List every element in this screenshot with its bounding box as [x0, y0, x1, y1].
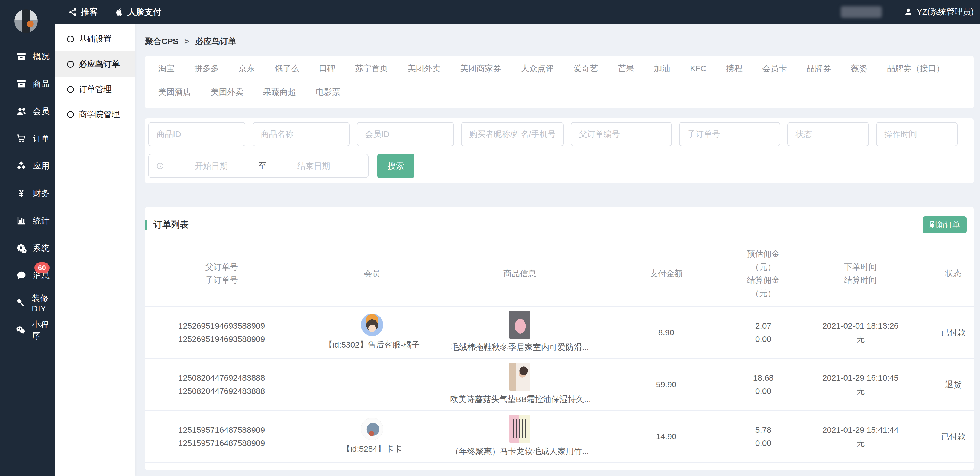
sub-order-no-input[interactable]	[679, 122, 780, 146]
apple-icon	[115, 8, 124, 16]
order-list-title: 订单列表	[153, 219, 188, 231]
status-cell: 退货	[933, 378, 974, 391]
share-icon	[68, 8, 77, 16]
product-cell: 毛绒棉拖鞋秋冬季居家室内可爱防滑...	[446, 311, 594, 354]
subnav-item-order-management[interactable]: 订单管理	[55, 77, 135, 102]
time-cell: 2021-02-01 18:13:26无	[788, 319, 933, 346]
circle-icon	[67, 61, 74, 68]
product-id-input[interactable]	[148, 122, 245, 146]
time-cell: 2021-01-29 15:41:44无	[788, 423, 933, 450]
estimated-commission: 2.07	[756, 319, 771, 332]
box-icon	[15, 51, 27, 62]
topbar-nav: 推客人脸支付	[68, 0, 161, 24]
current-user[interactable]: YZ(系统管理员)	[904, 6, 974, 18]
parent-order-no-input[interactable]	[571, 122, 672, 146]
sidebar-item-orders[interactable]: 订单	[0, 125, 55, 152]
platform-tab[interactable]: 口碑	[319, 63, 336, 74]
sidebar-item-label: 小程序	[32, 319, 55, 342]
platform-tab[interactable]: 薇姿	[851, 63, 867, 74]
unread-count-badge: 60	[35, 262, 49, 273]
platform-tab[interactable]: 品牌券（接口）	[887, 63, 945, 74]
subnav-item-label: 商学院管理	[79, 109, 120, 120]
platform-tab[interactable]: 芒果	[618, 63, 634, 74]
comment-icon	[15, 270, 27, 281]
platform-tab[interactable]: 美团外卖	[408, 63, 441, 74]
breadcrumb-root[interactable]: 聚合CPS	[145, 37, 178, 46]
topbar: 推客人脸支付 YZ(系统管理员)	[0, 0, 980, 24]
sidebar-item-system[interactable]: 系统	[0, 235, 55, 262]
platform-tab[interactable]: 品牌券	[807, 63, 831, 74]
product-image	[509, 415, 530, 442]
select-placeholder: 状态	[795, 129, 812, 140]
sidebar-item-diy[interactable]: 装修DIY	[0, 289, 55, 316]
orders-table-header: 父订单号子订单号会员商品信息支付金额预估佣金（元）结算佣金（元）下单时间结算时间…	[145, 241, 974, 307]
end-date-placeholder: 结束日期	[267, 160, 361, 172]
search-button[interactable]: 搜索	[377, 154, 415, 178]
sidebar-item-messages[interactable]: 消息60	[0, 262, 55, 289]
wechat-icon	[15, 325, 26, 336]
platform-tab[interactable]: 果蔬商超	[263, 86, 296, 97]
platform-tab[interactable]: 京东	[239, 63, 255, 74]
status-label: 退货	[945, 378, 962, 391]
sub-order-number: 1250820447692483888	[178, 385, 265, 398]
sidebar-item-label: 会员	[33, 106, 50, 117]
platform-tab[interactable]: 苏宁首页	[355, 63, 388, 74]
column-header: 父订单号子订单号	[145, 260, 298, 287]
subnav-item-label: 必应鸟订单	[79, 59, 120, 70]
member-name: 【id:5284】卡卡	[342, 442, 402, 455]
topbar-nav-face-pay[interactable]: 人脸支付	[115, 6, 161, 18]
member-avatar	[361, 418, 383, 440]
platform-tab[interactable]: 美团商家券	[460, 63, 501, 74]
column-header: 会员	[298, 267, 446, 280]
platform-tab[interactable]: 会员卡	[762, 63, 787, 74]
date-range-picker[interactable]: 开始日期 至 结束日期	[148, 154, 369, 178]
buyer-keyword-input[interactable]	[461, 122, 563, 146]
sidebar-item-miniprogram[interactable]: 小程序	[0, 316, 55, 344]
platform-tab[interactable]: 电影票	[316, 86, 340, 97]
breadcrumb-separator: >	[185, 37, 189, 46]
profile-avatar[interactable]	[14, 9, 38, 33]
platform-tab[interactable]: 拼多多	[194, 63, 219, 74]
platform-tab[interactable]: 美团外卖	[211, 86, 243, 97]
sidebar-item-members[interactable]: 会员	[0, 97, 55, 125]
subnav-item-label: 基础设置	[79, 34, 111, 45]
platform-tab[interactable]: 美团酒店	[158, 86, 191, 97]
subnav-item-basic-settings[interactable]: 基础设置	[55, 26, 135, 51]
sidebar-item-overview[interactable]: 概况	[0, 43, 55, 70]
secondary-sidebar: 基础设置必应鸟订单订单管理商学院管理	[55, 24, 135, 476]
platform-tab[interactable]: 饿了么	[275, 63, 299, 74]
filters-row-2: 开始日期 至 结束日期 搜索	[148, 154, 970, 178]
search-filters-card: 状态操作时间 开始日期 至 结束日期 搜索	[145, 118, 974, 184]
platform-tab[interactable]: 加油	[654, 63, 670, 74]
platform-tab[interactable]: 大众点评	[521, 63, 554, 74]
pay-amount-cell: 14.90	[594, 430, 739, 443]
platform-tab[interactable]: 爱奇艺	[573, 63, 598, 74]
member-id-input[interactable]	[357, 122, 454, 146]
platform-tab[interactable]: 淘宝	[158, 63, 175, 74]
start-date-placeholder: 开始日期	[164, 160, 259, 172]
operate-time-select[interactable]: 操作时间	[876, 122, 958, 146]
product-name-input[interactable]	[253, 122, 350, 146]
platform-tab[interactable]: 携程	[726, 63, 743, 74]
parent-order-number: 1251595716487588909	[178, 423, 265, 436]
order-numbers-cell: 12508204476924838881250820447692483888	[145, 371, 298, 398]
topbar-nav-tuike[interactable]: 推客	[68, 6, 98, 18]
status-select[interactable]: 状态	[788, 122, 869, 146]
parent-order-number: 1250820447692483888	[178, 371, 265, 385]
sidebar-item-goods[interactable]: 商品	[0, 70, 55, 97]
sub-order-number: 1252695194693588909	[178, 332, 265, 346]
sidebar-item-apps[interactable]: 应用	[0, 152, 55, 180]
estimated-commission: 5.78	[756, 423, 771, 436]
subnav-item-academy-management[interactable]: 商学院管理	[55, 102, 135, 127]
subnav-item-bingbird-orders[interactable]: 必应鸟订单	[55, 51, 135, 77]
topbar-right: YZ(系统管理员)	[841, 0, 974, 24]
sidebar-item-label: 统计	[33, 215, 50, 227]
time-cell: 2021-01-29 16:10:45无	[788, 371, 933, 398]
topbar-nav-label: 推客	[81, 6, 98, 18]
refresh-orders-button[interactable]: 刷新订单	[923, 216, 967, 233]
sidebar-item-finance[interactable]: 财务	[0, 180, 55, 207]
sidebar-item-stats[interactable]: 统计	[0, 207, 55, 235]
pay-amount: 8.90	[658, 326, 674, 339]
platform-tab[interactable]: KFC	[690, 63, 706, 74]
sidebar-item-label: 订单	[33, 133, 50, 144]
